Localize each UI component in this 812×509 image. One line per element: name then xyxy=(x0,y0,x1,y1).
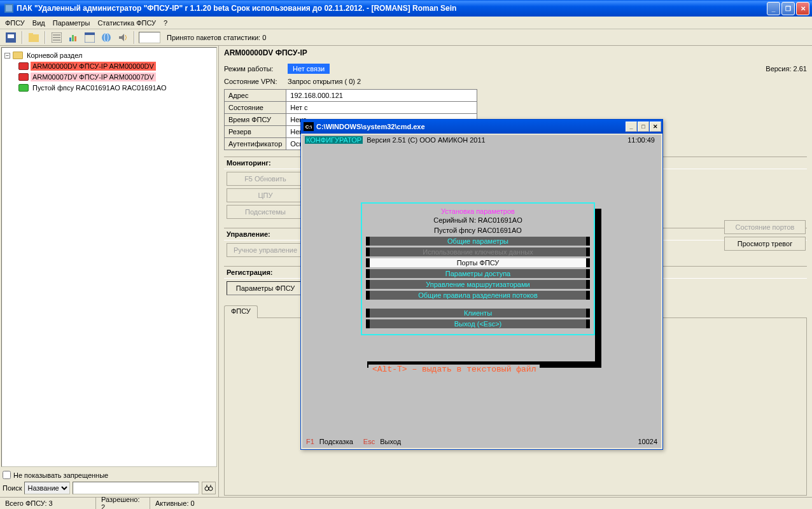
status-total: Всего ФПСУ: 3 xyxy=(0,498,95,509)
vpn-state-value: Запрос открытия ( 0) 2 xyxy=(288,78,361,85)
toolbar: Принято пакетов статистики: 0 xyxy=(0,29,812,46)
svg-rect-5 xyxy=(29,33,33,36)
cmd-titlebar[interactable]: C:\ C:\WINDOWS\system32\cmd.exe _ □ ✕ xyxy=(301,120,662,134)
cmd-option[interactable]: Клиенты xyxy=(370,309,586,317)
table-row: СостояниеНет с xyxy=(225,102,477,114)
svg-rect-12 xyxy=(74,36,76,41)
cmd-serial: Серийный N: RAC01691AO xyxy=(366,216,590,224)
cmd-menu-title: Установка параметров xyxy=(366,207,590,215)
stats-label: Принято пакетов статистики: 0 xyxy=(167,34,266,41)
cmd-maximize-button[interactable]: □ xyxy=(638,122,649,132)
folder-icon xyxy=(13,52,23,59)
cmd-window[interactable]: C:\ C:\WINDOWS\system32\cmd.exe _ □ ✕ КО… xyxy=(300,119,663,450)
binoculars-icon[interactable] xyxy=(202,482,216,494)
cmd-option[interactable]: Общие правила разделения потоков xyxy=(370,291,586,300)
status-bar: Всего ФПСУ: 3 Разрешено: 2 Активные: 0 xyxy=(0,497,812,509)
cmd-empty-label: Пустой фпсу RAC01691AO xyxy=(366,227,590,234)
cmd-configurator-label: КОНФИГУРАТОР xyxy=(305,136,363,144)
menu-params[interactable]: Параметры xyxy=(53,19,90,27)
list-icon[interactable] xyxy=(50,31,64,45)
device-green-icon xyxy=(18,84,29,92)
cpu-button[interactable]: ЦПУ xyxy=(227,188,304,202)
svg-rect-14 xyxy=(85,32,95,35)
esc-text: Выход xyxy=(380,438,401,445)
maximize-button[interactable]: ❐ xyxy=(781,2,795,15)
cmd-option-selected[interactable]: Порты ФПСУ xyxy=(370,258,586,267)
search-mode-select[interactable]: Название xyxy=(24,482,70,494)
menu-fpsu[interactable]: ФПСУ xyxy=(5,19,25,27)
cmd-icon: C:\ xyxy=(304,122,314,131)
menu-view[interactable]: Вид xyxy=(32,19,45,27)
tree-root[interactable]: − Корневой раздел xyxy=(4,50,214,60)
stats-counter-box xyxy=(139,32,160,43)
version-label: Версия: 2.61 xyxy=(766,65,807,73)
cmd-body: КОНФИГУРАТОР Версия 2.51 (C) ООО АМИКОН … xyxy=(302,135,661,448)
sound-icon[interactable] xyxy=(116,31,130,45)
f1-key: F1 xyxy=(306,438,314,445)
fpsu-params-button[interactable]: Параметры ФПСУ xyxy=(227,281,304,295)
window-titlebar: ПАК "Удаленный администратор "ФПСУ-IP" r… xyxy=(0,0,812,17)
chart-icon[interactable] xyxy=(66,31,80,45)
tree-item[interactable]: ARM00000DV ФПСУ-IP ARM00000DV xyxy=(18,61,214,71)
cmd-number: 10024 xyxy=(638,438,657,445)
cmd-option[interactable]: Использование ключевых данных xyxy=(370,248,586,256)
vpn-state-label: Состояние VPN: xyxy=(224,78,288,85)
cmd-minimize-button[interactable]: _ xyxy=(626,122,637,132)
tree-item-label: Пустой фпсу RAC01691AO RAC01691AO xyxy=(31,83,169,92)
tab-fpsu[interactable]: ФПСУ xyxy=(224,305,258,318)
status-allowed: Разрешено: 2 xyxy=(95,498,150,509)
menu-bar: ФПСУ Вид Параметры Статистика ФПСУ ? xyxy=(0,17,812,29)
cmd-option[interactable]: Параметры доступа xyxy=(370,269,586,278)
device-red-icon xyxy=(18,62,29,70)
folder-icon[interactable] xyxy=(27,31,41,45)
status-active: Активные: 0 xyxy=(150,498,812,509)
tree-item[interactable]: ARM00007DV ФПСУ-IP ARM00007DV xyxy=(18,72,214,82)
cmd-option[interactable]: Общие параметры xyxy=(370,237,586,246)
svg-rect-10 xyxy=(69,38,71,41)
table-row: Адрес192.168.000.121 xyxy=(225,90,477,102)
mode-badge: Нет связи xyxy=(288,64,330,74)
tree-item-label: ARM00007DV ФПСУ-IP ARM00007DV xyxy=(31,73,156,81)
svg-rect-3 xyxy=(8,34,14,38)
window-title: ПАК "Удаленный администратор "ФПСУ-IP" r… xyxy=(17,4,767,13)
globe-icon[interactable] xyxy=(99,31,113,45)
hide-denied-checkbox[interactable] xyxy=(3,471,11,479)
cmd-title: C:\WINDOWS\system32\cmd.exe xyxy=(316,123,425,130)
esc-key: Esc xyxy=(363,438,375,445)
menu-stats[interactable]: Статистика ФПСУ xyxy=(97,19,156,27)
app-icon xyxy=(4,3,14,13)
search-label: Поиск xyxy=(3,484,22,492)
save-icon[interactable] xyxy=(4,31,18,45)
tree-root-label: Корневой раздел xyxy=(25,51,84,60)
tree-item[interactable]: Пустой фпсу RAC01691AO RAC01691AO xyxy=(18,83,214,93)
ports-state-button[interactable]: Состояние портов xyxy=(724,220,806,234)
svg-point-19 xyxy=(209,487,213,491)
tree-panel: − Корневой раздел ARM00000DV ФПСУ-IP ARM… xyxy=(0,46,219,497)
svg-point-18 xyxy=(205,487,209,491)
cmd-hint: <Alt-T> – выдать в текстовый файл xyxy=(368,365,540,374)
manual-control-button[interactable]: Ручное управление xyxy=(227,243,304,257)
menu-help[interactable]: ? xyxy=(164,19,167,27)
app-window-icon[interactable] xyxy=(83,31,97,45)
cmd-close-button[interactable]: ✕ xyxy=(650,122,661,132)
cmd-time: 11:00:49 xyxy=(627,136,655,144)
mode-label: Режим работы: xyxy=(224,65,288,73)
subsystems-button[interactable]: Подсистемы xyxy=(227,205,304,219)
expand-icon[interactable]: − xyxy=(4,53,10,59)
detail-title: ARM00000DV ФПСУ-IP xyxy=(224,48,807,57)
cmd-option-exit[interactable]: Выход (<Esc>) xyxy=(370,319,586,328)
cmd-footer: F1 Подсказка Esc Выход 10024 xyxy=(306,438,657,445)
device-tree[interactable]: − Корневой раздел ARM00000DV ФПСУ-IP ARM… xyxy=(1,47,217,467)
cmd-version-label: Версия 2.51 (C) ООО АМИКОН 2011 xyxy=(367,136,485,144)
device-red-icon xyxy=(18,73,29,81)
close-button[interactable]: ✕ xyxy=(796,2,809,15)
refresh-button[interactable]: F5 Обновить xyxy=(227,172,304,186)
f1-text: Подсказка xyxy=(319,438,353,445)
cmd-menu: Установка параметров Серийный N: RAC0169… xyxy=(361,202,595,335)
menu-shadow xyxy=(595,209,601,365)
view-alarms-button[interactable]: Просмотр тревог xyxy=(724,237,806,251)
search-input[interactable] xyxy=(73,482,199,494)
cmd-option[interactable]: Управление маршрутизаторами xyxy=(370,280,586,289)
tree-item-label: ARM00000DV ФПСУ-IP ARM00000DV xyxy=(31,62,156,71)
minimize-button[interactable]: _ xyxy=(767,2,780,15)
